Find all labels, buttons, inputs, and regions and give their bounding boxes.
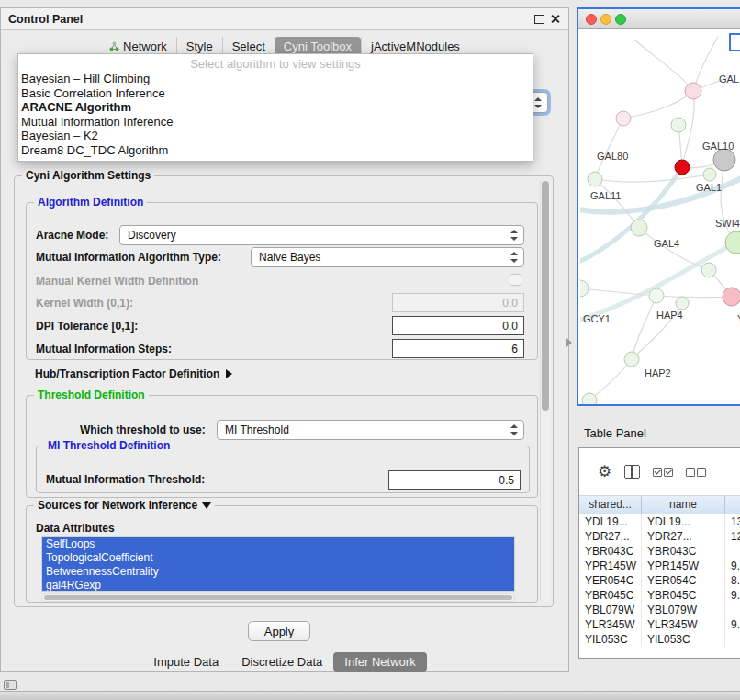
panel-toggle-icon[interactable] bbox=[4, 680, 17, 690]
settings-gear-icon[interactable]: ⚙ bbox=[598, 464, 611, 480]
network-canvas-svg[interactable]: GALGAL80GAL10GAL11GAL1SWI4GAL4GCY1HAP4HA… bbox=[580, 31, 740, 404]
select-rows-icon[interactable] bbox=[653, 468, 673, 477]
close-window-icon[interactable] bbox=[550, 14, 560, 24]
hub-definition-toggle[interactable]: Hub/Transcription Factor Definition bbox=[35, 364, 232, 384]
table-cell: YBL079W bbox=[642, 603, 725, 617]
clear-selection-icon[interactable] bbox=[686, 468, 706, 477]
network-node[interactable] bbox=[675, 160, 690, 175]
network-edge[interactable] bbox=[632, 296, 656, 359]
mi-threshold-label: Mutual Information Threshold: bbox=[46, 470, 205, 490]
sources-title[interactable]: Sources for Network Inference bbox=[34, 499, 215, 512]
cyni-settings-group: Cyni Algorithm Settings Algorithm Defini… bbox=[14, 175, 554, 607]
list-hscrollbar[interactable] bbox=[41, 593, 515, 602]
table-cell bbox=[725, 603, 740, 617]
mi-steps-label: Mutual Information Steps: bbox=[36, 339, 172, 359]
mi-threshold-field[interactable]: 0.5 bbox=[388, 470, 521, 490]
tab-discretize-data[interactable]: Discretize Data bbox=[230, 652, 333, 672]
minimize-traffic-light-icon[interactable] bbox=[600, 14, 611, 25]
network-edge[interactable] bbox=[721, 160, 736, 243]
network-node[interactable] bbox=[723, 288, 740, 306]
data-attributes-label: Data Attributes bbox=[36, 519, 115, 537]
scrollbar-thumb[interactable] bbox=[542, 181, 549, 411]
mi-type-combobox[interactable]: Naive Bayes bbox=[251, 247, 524, 267]
table-row[interactable]: YER054CYER054C8. bbox=[579, 573, 740, 588]
network-edge[interactable] bbox=[656, 296, 732, 298]
which-threshold-value: MI Threshold bbox=[225, 423, 289, 436]
settings-scrollbar[interactable] bbox=[540, 179, 551, 602]
network-node[interactable] bbox=[703, 168, 716, 181]
table-row[interactable]: YDR27...YDR27...12 bbox=[579, 529, 740, 544]
list-item-gal4rgexp[interactable]: gal4RGexp bbox=[42, 579, 514, 592]
dropdown-item-bayesian-k2[interactable]: Bayesian – K2 bbox=[18, 129, 533, 143]
network-node[interactable] bbox=[624, 352, 639, 367]
mi-type-value: Naive Bayes bbox=[259, 251, 320, 264]
network-edge[interactable] bbox=[595, 175, 710, 182]
kernel-width-field[interactable]: 0.0 bbox=[392, 293, 524, 312]
tab-infer-network[interactable]: Infer Network bbox=[333, 652, 426, 672]
table-row[interactable]: YBR043CYBR043C bbox=[579, 544, 740, 559]
tab-label: Cyni Toolbox bbox=[284, 40, 352, 53]
table-row[interactable]: YDL19...YDL19...13 bbox=[579, 514, 740, 529]
network-node[interactable] bbox=[713, 149, 735, 171]
manual-kernel-checkbox[interactable] bbox=[510, 274, 521, 286]
list-item-betweennesscentrality[interactable]: BetweennessCentrality bbox=[42, 565, 514, 579]
node-label: SWI4 bbox=[715, 218, 740, 229]
network-edge[interactable] bbox=[635, 40, 693, 91]
network-node[interactable] bbox=[649, 288, 664, 303]
table-cell: 9. bbox=[725, 559, 740, 573]
table-panel-title: Table Panel bbox=[584, 426, 646, 440]
network-edge[interactable] bbox=[595, 119, 623, 179]
network-node[interactable] bbox=[582, 393, 597, 404]
list-item-selfloops[interactable]: SelfLoops bbox=[42, 537, 514, 551]
aracne-mode-combobox[interactable]: Discovery bbox=[119, 225, 524, 245]
network-node[interactable] bbox=[685, 83, 701, 99]
panel-divider-arrow[interactable] bbox=[566, 338, 572, 347]
kernel-width-label: Kernel Width (0,1): bbox=[36, 293, 133, 313]
show-columns-icon[interactable] bbox=[624, 465, 640, 479]
column-header-shared[interactable]: shared... bbox=[579, 496, 642, 514]
network-node[interactable] bbox=[701, 263, 716, 277]
table-row[interactable]: YBR045CYBR045C9. bbox=[579, 588, 740, 603]
mi-steps-field[interactable]: 6 bbox=[392, 339, 524, 358]
network-node[interactable] bbox=[725, 231, 740, 254]
collapse-arrow-icon bbox=[202, 502, 211, 509]
dropdown-prompt: Select algorithm to view settings bbox=[18, 57, 533, 72]
list-item-topologicalcoefficient[interactable]: TopologicalCoefficient bbox=[42, 551, 514, 565]
network-edge[interactable] bbox=[623, 92, 692, 119]
threshold-definition-group: Threshold Definition Which threshold to … bbox=[26, 395, 538, 498]
table-cell: YDR27... bbox=[579, 529, 642, 544]
network-edge[interactable] bbox=[589, 359, 632, 401]
apply-button[interactable]: Apply bbox=[248, 621, 310, 641]
dpi-tolerance-field[interactable]: 0.0 bbox=[392, 316, 524, 335]
network-node[interactable] bbox=[671, 118, 686, 132]
network-edge[interactable] bbox=[595, 179, 639, 228]
table-row[interactable]: YPR145WYPR145W9. bbox=[579, 559, 740, 573]
birdseye-box[interactable] bbox=[729, 33, 740, 51]
zoom-traffic-light-icon[interactable] bbox=[615, 14, 626, 25]
dropdown-item-aracne-algorithm[interactable]: ARACNE Algorithm bbox=[18, 100, 533, 115]
table-cell: 9. bbox=[725, 617, 740, 632]
dropdown-item-dream8-dc-tdc-algorithm[interactable]: Dream8 DC_TDC Algorithm bbox=[18, 143, 533, 158]
network-node[interactable] bbox=[616, 111, 631, 126]
column-header-2[interactable] bbox=[725, 496, 740, 514]
data-attributes-list[interactable]: SelfLoopsTopologicalCoefficientBetweenne… bbox=[41, 536, 515, 592]
dropdown-item-mutual-information-inference[interactable]: Mutual Information Inference bbox=[18, 115, 533, 130]
checkbox-glyph bbox=[697, 468, 706, 477]
network-canvas[interactable]: GALGAL80GAL10GAL11GAL1SWI4GAL4GCY1HAP4HA… bbox=[578, 29, 740, 404]
table-row[interactable]: YIL053CYIL053C bbox=[579, 632, 740, 647]
float-window-icon[interactable] bbox=[534, 15, 544, 24]
network-node[interactable] bbox=[676, 297, 689, 310]
network-node[interactable] bbox=[631, 220, 647, 236]
dropdown-item-bayesian-hill-climbing[interactable]: Bayesian – Hill Climbing bbox=[18, 72, 533, 86]
close-traffic-light-icon[interactable] bbox=[586, 14, 597, 25]
dropdown-item-basic-correlation-inference[interactable]: Basic Correlation Inference bbox=[18, 86, 533, 101]
node-label: HAP2 bbox=[645, 367, 671, 378]
column-header-name[interactable]: name bbox=[642, 496, 725, 514]
network-node[interactable] bbox=[588, 172, 602, 186]
which-threshold-combobox[interactable]: MI Threshold bbox=[217, 420, 524, 440]
hscrollbar-thumb[interactable] bbox=[44, 595, 512, 600]
table-row[interactable]: YBL079WYBL079W bbox=[579, 603, 740, 617]
table-row[interactable]: YLR345WYLR345W9. bbox=[579, 617, 740, 632]
tab-impute-data[interactable]: Impute Data bbox=[142, 652, 230, 672]
network-node[interactable] bbox=[580, 280, 589, 297]
